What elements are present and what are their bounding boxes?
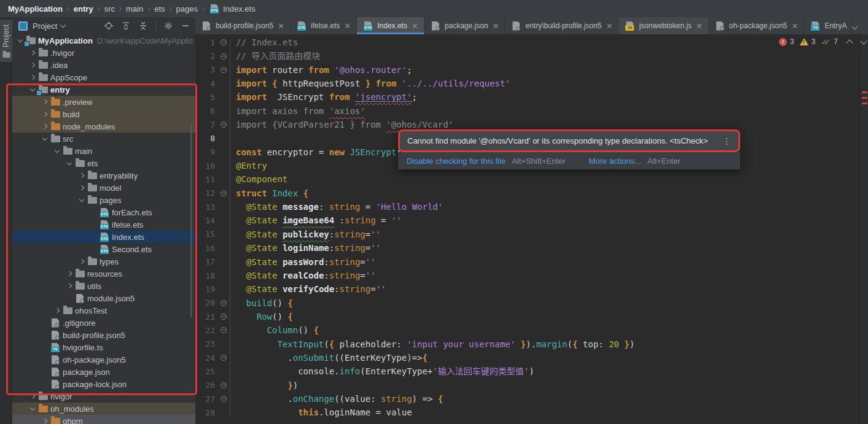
- tree-chevron-icon[interactable]: [28, 403, 37, 415]
- code-line-1[interactable]: // Index.ets: [236, 36, 859, 49]
- tree-chevron-icon[interactable]: [40, 108, 50, 120]
- tree-item-appscope[interactable]: AppScope: [12, 71, 195, 83]
- code-line-5[interactable]: import JSEncrypt from 'jsencrypt';: [236, 90, 859, 104]
- tree-item-pages[interactable]: pages: [12, 194, 195, 206]
- breadcrumb-item[interactable]: main: [124, 4, 145, 13]
- tree-chevron-icon[interactable]: [28, 390, 37, 403]
- tree-item-second-ets[interactable]: ETSSecond.ets: [12, 243, 195, 255]
- tree-item-oh-package-json5[interactable]: oh-package.json5: [12, 353, 195, 366]
- tab-index-ets[interactable]: ETSIndex.ets✕: [357, 17, 424, 34]
- code-line-3[interactable]: import router from '@ohos.router';: [236, 63, 859, 77]
- tree-item-entry[interactable]: entry: [12, 83, 195, 96]
- tool-window-project-tab[interactable]: Project: [0, 20, 12, 62]
- code-line-20[interactable]: build() {: [236, 296, 859, 310]
- tree-item-ohostest[interactable]: ohosTest: [12, 304, 195, 317]
- breadcrumb-item[interactable]: entry: [72, 4, 95, 13]
- close-tab-icon[interactable]: ✕: [696, 22, 703, 30]
- close-tab-icon[interactable]: ✕: [344, 22, 351, 30]
- code-line-4[interactable]: import { httpRequestPost } from '../../u…: [236, 77, 859, 90]
- code-line-27[interactable]: .onChange((value: string) => {: [236, 392, 859, 406]
- editor-code-area[interactable]: // Index.ets// 导入页面路由模块import router fro…: [236, 36, 859, 420]
- tree-chevron-icon[interactable]: [52, 145, 62, 157]
- tree-item-myapplication[interactable]: MyApplicationD:\work\appCode\MyApplic: [12, 34, 195, 47]
- code-line-26[interactable]: }): [236, 379, 859, 392]
- breadcrumb-item[interactable]: ets: [152, 4, 166, 13]
- tree-chevron-icon[interactable]: [77, 255, 87, 268]
- code-line-19[interactable]: @State verifyCode:string='': [236, 282, 859, 296]
- gear-icon[interactable]: [163, 21, 173, 31]
- code-line-18[interactable]: @State realCode:string='': [236, 269, 859, 282]
- tree-item-ets[interactable]: ets: [12, 157, 195, 169]
- tree-item-node-modules[interactable]: node_modules: [12, 120, 195, 133]
- tree-item-types[interactable]: types: [12, 255, 195, 268]
- warning-icon[interactable]: [800, 38, 808, 45]
- tree-item-src[interactable]: src: [12, 133, 195, 145]
- tab-entry-build-profile-json5[interactable]: entry\build-profile.json5✕: [505, 17, 619, 34]
- more-actions-link[interactable]: More actions...: [589, 156, 641, 166]
- hide-panel-icon[interactable]: [181, 21, 190, 31]
- fold-marker-icon[interactable]: [221, 39, 227, 45]
- tree-item-package-json[interactable]: package.json: [12, 366, 195, 378]
- tree-chevron-icon[interactable]: [28, 59, 37, 71]
- tree-item-package-lock-json[interactable]: package-lock.json: [12, 378, 195, 390]
- hidden-tabs-chevron-icon[interactable]: [852, 23, 858, 29]
- tab-package-json[interactable]: package.json✕: [424, 17, 506, 34]
- close-tab-icon[interactable]: ✕: [493, 22, 499, 30]
- tree-scrollbar[interactable]: [190, 124, 192, 317]
- code-line-25[interactable]: console.info(EnterKeyType+'输入法回车键的类型值'): [236, 364, 859, 378]
- fold-marker-icon[interactable]: [221, 396, 227, 402]
- fold-marker-icon[interactable]: [221, 67, 227, 73]
- tree-item-foreach-ets[interactable]: ETSforEach.ets: [12, 206, 195, 218]
- tab-oh-package-json5[interactable]: oh-package.json5✕: [709, 17, 805, 34]
- error-stripe[interactable]: [859, 34, 868, 424]
- breadcrumb-item[interactable]: MyApplication: [6, 4, 65, 13]
- code-line-17[interactable]: @State passWord:string='': [236, 255, 859, 269]
- error-stripe-mark[interactable]: [862, 91, 867, 93]
- tree-item--idea[interactable]: .idea: [12, 59, 195, 71]
- tree-chevron-icon[interactable]: [77, 169, 87, 182]
- close-tab-icon[interactable]: ✕: [412, 22, 418, 30]
- tree-item-hvigorfile-ts[interactable]: TShvigorfile.ts: [12, 341, 195, 353]
- error-stripe-mark[interactable]: [862, 97, 867, 99]
- close-tab-icon[interactable]: ✕: [606, 22, 613, 30]
- tree-chevron-icon[interactable]: [40, 415, 50, 424]
- tree-item-module-json5[interactable]: module.json5: [12, 292, 195, 304]
- fold-marker-icon[interactable]: [221, 382, 227, 388]
- code-editor[interactable]: 1234567891011121314151617181920212223242…: [195, 34, 868, 424]
- close-tab-icon[interactable]: ✕: [791, 22, 798, 30]
- fold-marker-icon[interactable]: [221, 327, 227, 333]
- fold-marker-icon[interactable]: [221, 53, 227, 60]
- chevron-down-icon[interactable]: [60, 22, 66, 28]
- fold-marker-icon[interactable]: [221, 314, 227, 320]
- tree-item-ohpm[interactable]: ohpm: [12, 415, 195, 424]
- tree-chevron-icon[interactable]: [65, 268, 74, 280]
- tree-item--preview[interactable]: .preview: [12, 96, 195, 108]
- tree-item-utils[interactable]: utils: [12, 280, 195, 292]
- tree-chevron-icon[interactable]: [65, 280, 74, 292]
- code-line-28[interactable]: this.loginName = value: [236, 406, 859, 419]
- locate-file-icon[interactable]: [104, 21, 114, 31]
- tree-item-build[interactable]: build: [12, 108, 195, 120]
- error-icon[interactable]: !: [779, 38, 787, 46]
- project-panel-title[interactable]: Project: [33, 21, 57, 31]
- tree-chevron-icon[interactable]: [40, 133, 50, 145]
- code-line-21[interactable]: Row() {: [236, 310, 859, 323]
- code-line-2[interactable]: // 导入页面路由模块: [236, 49, 859, 63]
- code-line-22[interactable]: Column() {: [236, 323, 859, 337]
- tree-chevron-icon[interactable]: [40, 120, 50, 133]
- tree-chevron-icon[interactable]: [52, 304, 62, 317]
- tree-item-oh-modules[interactable]: oh_modules: [12, 403, 195, 415]
- kebab-menu-icon[interactable]: ⋮: [722, 136, 731, 146]
- tab-ifelse-ets[interactable]: ETSifelse.ets✕: [291, 17, 357, 34]
- code-line-24[interactable]: .onSubmit((EnterKeyType)=>{: [236, 351, 859, 364]
- code-line-13[interactable]: @State message: string = 'Hello World': [236, 200, 859, 214]
- close-tab-icon[interactable]: ✕: [278, 22, 284, 30]
- disable-checking-link[interactable]: Disable checking for this file: [407, 156, 506, 166]
- code-line-15[interactable]: @State publickey:string='': [236, 228, 859, 241]
- tree-chevron-icon[interactable]: [77, 182, 87, 194]
- tree-item-hvigor[interactable]: hvigor: [12, 390, 195, 403]
- tree-chevron-icon[interactable]: [28, 71, 37, 83]
- breadcrumb-item[interactable]: src: [103, 4, 117, 13]
- tree-chevron-icon[interactable]: [28, 83, 37, 96]
- tree-item-build-profile-json5[interactable]: build-profile.json5: [12, 329, 195, 341]
